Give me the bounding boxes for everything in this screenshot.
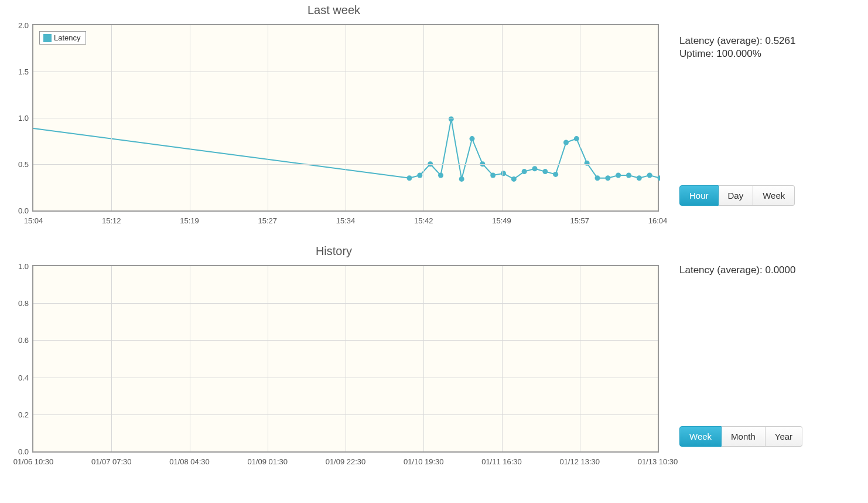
y-tick-label: 1.0 — [18, 114, 29, 123]
x-tick-label: 16:04 — [648, 216, 668, 225]
grid-line — [502, 25, 503, 210]
svg-point-10 — [511, 176, 517, 182]
grid-line — [346, 266, 346, 451]
svg-point-0 — [407, 175, 412, 181]
chart1-btn-hour[interactable]: Hour — [679, 185, 719, 206]
chart2-latency-stat: Latency (average): 0.0000 — [679, 264, 862, 276]
svg-point-21 — [626, 173, 631, 178]
x-tick-label: 15:27 — [258, 216, 277, 225]
svg-point-3 — [438, 173, 443, 178]
svg-point-8 — [490, 173, 495, 178]
grid-line — [268, 25, 268, 210]
x-tick-label: 01/09 22:30 — [326, 457, 366, 466]
x-tick-label: 01/07 07:30 — [91, 457, 132, 466]
x-tick-label: 15:19 — [180, 216, 199, 225]
y-tick-label: 0.6 — [18, 336, 29, 345]
svg-point-16 — [574, 136, 579, 141]
svg-point-22 — [637, 175, 642, 181]
x-tick-label: 15:49 — [492, 216, 511, 225]
svg-point-6 — [470, 136, 475, 141]
svg-point-14 — [553, 172, 558, 177]
chart2-btn-week[interactable]: Week — [679, 426, 722, 447]
x-tick-label: 15:57 — [570, 216, 589, 225]
svg-point-15 — [563, 140, 569, 145]
y-tick-label: 0.2 — [18, 410, 29, 419]
x-tick-label: 15:42 — [414, 216, 433, 225]
chart1-btn-week[interactable]: Week — [753, 185, 795, 206]
y-tick-label: 0.0 — [18, 206, 29, 215]
x-tick-label: 15:04 — [24, 216, 43, 225]
grid-line — [346, 25, 346, 210]
x-tick-label: 01/08 04:30 — [169, 457, 210, 466]
svg-point-11 — [522, 169, 527, 174]
y-tick-label: 1.5 — [18, 67, 29, 76]
grid-line — [502, 266, 503, 451]
chart1-series — [33, 25, 660, 213]
svg-point-4 — [449, 117, 454, 122]
svg-point-19 — [605, 175, 610, 181]
svg-point-18 — [595, 175, 600, 181]
chart1-btn-day[interactable]: Day — [719, 185, 754, 206]
svg-point-13 — [542, 169, 548, 174]
grid-line — [268, 266, 268, 451]
y-tick-label: 2.0 — [18, 21, 29, 30]
x-tick-label: 15:12 — [102, 216, 121, 225]
chart1-range-buttons: HourDayWeek — [679, 185, 795, 206]
svg-point-1 — [417, 173, 422, 178]
y-tick-label: 0.4 — [18, 373, 29, 382]
chart2-plot-area: 0.00.20.40.60.81.001/06 10:3001/07 07:30… — [32, 265, 659, 453]
chart1-plot-area: Latency 0.00.51.01.52.015:0415:1215:1915… — [32, 24, 659, 212]
chart2-btn-month[interactable]: Month — [722, 426, 766, 447]
svg-point-17 — [585, 161, 590, 166]
x-tick-label: 01/10 19:30 — [404, 457, 444, 466]
y-tick-label: 0.5 — [18, 160, 29, 169]
svg-point-12 — [532, 166, 538, 171]
chart2-btn-year[interactable]: Year — [766, 426, 802, 447]
x-tick-label: 01/09 01:30 — [247, 457, 288, 466]
svg-point-23 — [647, 173, 652, 178]
grid-line — [423, 266, 424, 451]
chart1-uptime-stat: Uptime: 100.000% — [679, 48, 862, 60]
grid-line — [111, 25, 112, 210]
svg-point-5 — [459, 176, 464, 182]
x-tick-label: 01/12 13:30 — [559, 457, 600, 466]
x-tick-label: 01/06 10:30 — [13, 457, 54, 466]
chart1-latency-stat: Latency (average): 0.5261 — [679, 35, 862, 47]
grid-line — [580, 266, 580, 451]
y-tick-label: 0.8 — [18, 299, 29, 308]
grid-line — [580, 25, 580, 210]
x-tick-label: 15:34 — [336, 216, 356, 225]
grid-line — [423, 25, 424, 210]
grid-line — [190, 25, 190, 210]
x-tick-label: 01/11 16:30 — [481, 457, 522, 466]
chart2-range-buttons: WeekMonthYear — [679, 426, 802, 447]
grid-line — [111, 266, 112, 451]
svg-point-20 — [616, 173, 621, 178]
svg-point-24 — [658, 175, 661, 181]
y-tick-label: 0.0 — [18, 447, 29, 456]
chart1-title: Last week — [0, 4, 668, 17]
chart2-title: History — [0, 244, 668, 258]
y-tick-label: 1.0 — [18, 262, 29, 271]
grid-line — [190, 266, 190, 451]
